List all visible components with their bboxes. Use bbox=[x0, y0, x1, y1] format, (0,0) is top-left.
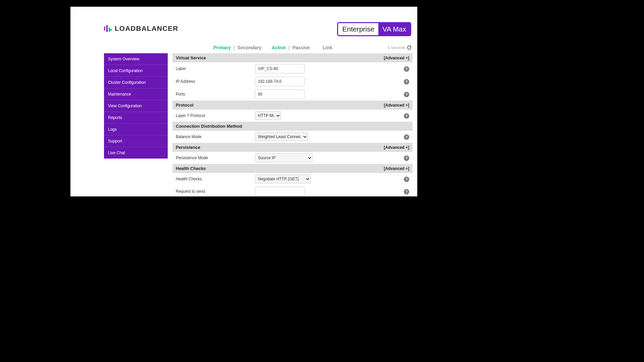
edition-badge: Enterprise VA Max bbox=[337, 22, 411, 36]
svg-rect-0 bbox=[104, 26, 105, 31]
help-icon[interactable]: ? bbox=[404, 113, 409, 119]
section-title: Virtual Service bbox=[176, 55, 206, 60]
label-balance-mode: Balance Mode bbox=[176, 134, 255, 139]
sidebar: System Overview Local Configuration Clus… bbox=[104, 53, 168, 159]
brand-name: LOADBALANCER bbox=[115, 24, 178, 33]
section-header-virtual-service: Virtual Service [Advanced +] bbox=[172, 53, 413, 62]
sidebar-item-local-configuration[interactable]: Local Configuration bbox=[104, 65, 168, 77]
edition-left: Enterprise bbox=[338, 23, 378, 35]
status-refresh[interactable]: 5 Seconds bbox=[388, 46, 411, 50]
svg-rect-3 bbox=[110, 29, 112, 31]
help-icon[interactable]: ? bbox=[404, 92, 409, 97]
section-title: Connection Distribution Method bbox=[176, 124, 242, 129]
status-ha-role: Primary | Secondary bbox=[213, 45, 261, 50]
row-request-to-send: Request to send ? bbox=[172, 185, 413, 196]
status-passive: Passive bbox=[292, 45, 310, 50]
help-icon[interactable]: ? bbox=[404, 134, 409, 140]
sidebar-item-cluster-configuration[interactable]: Cluster Configuration bbox=[104, 77, 168, 88]
svg-rect-1 bbox=[106, 25, 108, 32]
content: Virtual Service [Advanced +] Label ? IP … bbox=[172, 53, 413, 196]
label-label: Label bbox=[176, 66, 255, 71]
help-icon[interactable]: ? bbox=[404, 177, 409, 182]
row-ports: Ports ? bbox=[172, 88, 413, 101]
sidebar-item-view-configuration[interactable]: View Configuration bbox=[104, 100, 168, 112]
label-ports: Ports bbox=[176, 92, 255, 97]
advanced-toggle-virtual-service[interactable]: [Advanced +] bbox=[384, 56, 409, 60]
advanced-toggle-persistence[interactable]: [Advanced +] bbox=[384, 145, 409, 150]
logo-icon bbox=[104, 25, 112, 32]
label-ip: IP Address bbox=[176, 79, 255, 84]
status-bar: Primary | Secondary Active | Passive Lin… bbox=[70, 42, 417, 53]
input-ports[interactable] bbox=[255, 89, 305, 99]
section-header-protocol: Protocol [Advanced +] bbox=[172, 101, 413, 110]
advanced-toggle-health-checks[interactable]: [Advanced +] bbox=[384, 166, 409, 171]
select-health-checks[interactable]: Negotiate HTTP (GET) bbox=[255, 175, 311, 183]
status-active: Active bbox=[272, 45, 286, 50]
row-balance-mode: Balance Mode Weighted Least Connections … bbox=[172, 131, 413, 143]
svg-rect-2 bbox=[109, 27, 110, 32]
status-link: Link bbox=[323, 45, 332, 50]
status-ha-state: Active | Passive bbox=[272, 45, 310, 50]
row-persistence-mode: Persistence Mode Source IP ? bbox=[172, 152, 413, 164]
help-icon[interactable]: ? bbox=[404, 66, 409, 72]
status-refresh-text: 5 Seconds bbox=[388, 46, 405, 50]
label-persistence-mode: Persistence Mode bbox=[176, 156, 255, 160]
section-title: Persistence bbox=[176, 145, 200, 150]
brand-logo: LOADBALANCER bbox=[104, 24, 178, 33]
section-title: Protocol bbox=[176, 103, 194, 108]
refresh-icon bbox=[407, 46, 411, 50]
label-health-checks: Health Checks bbox=[176, 177, 255, 181]
advanced-toggle-protocol[interactable]: [Advanced +] bbox=[384, 103, 409, 108]
sidebar-item-reports[interactable]: Reports bbox=[104, 112, 168, 124]
body: System Overview Local Configuration Clus… bbox=[70, 53, 417, 196]
section-header-health-checks: Health Checks [Advanced +] bbox=[172, 164, 413, 173]
header: LOADBALANCER Enterprise VA Max bbox=[70, 7, 417, 42]
section-title: Health Checks bbox=[176, 166, 206, 171]
help-icon[interactable]: ? bbox=[404, 79, 409, 84]
row-health-checks: Health Checks Negotiate HTTP (GET) ? bbox=[172, 173, 413, 185]
row-l7-protocol: Layer 7 Protocol HTTP Mode ? bbox=[172, 110, 413, 122]
input-ip[interactable] bbox=[255, 77, 305, 86]
select-l7-protocol[interactable]: HTTP Mode bbox=[255, 111, 281, 120]
edition-right: VA Max bbox=[378, 23, 410, 35]
row-ip: IP Address ? bbox=[172, 75, 413, 88]
input-request-to-send[interactable] bbox=[255, 187, 305, 196]
app-window: LOADBALANCER Enterprise VA Max Primary |… bbox=[70, 7, 417, 196]
sidebar-item-logs[interactable]: Logs bbox=[104, 124, 168, 135]
label-request-to-send: Request to send bbox=[176, 189, 255, 194]
label-l7-protocol: Layer 7 Protocol bbox=[176, 113, 255, 118]
help-icon[interactable]: ? bbox=[404, 156, 409, 161]
sidebar-item-live-chat[interactable]: Live Chat bbox=[104, 147, 168, 159]
section-header-persistence: Persistence [Advanced +] bbox=[172, 143, 413, 152]
select-persistence-mode[interactable]: Source IP bbox=[255, 154, 313, 162]
status-primary: Primary bbox=[213, 45, 231, 50]
status-secondary: Secondary bbox=[237, 45, 262, 50]
input-label[interactable] bbox=[255, 64, 305, 73]
section-header-conn-dist: Connection Distribution Method bbox=[172, 122, 413, 131]
sidebar-item-support[interactable]: Support bbox=[104, 135, 168, 147]
select-balance-mode[interactable]: Weighted Least Connections bbox=[255, 132, 308, 141]
row-label: Label ? bbox=[172, 62, 413, 75]
help-icon[interactable]: ? bbox=[404, 189, 409, 194]
sidebar-item-system-overview[interactable]: System Overview bbox=[104, 53, 168, 65]
sidebar-item-maintenance[interactable]: Maintenance bbox=[104, 88, 168, 100]
